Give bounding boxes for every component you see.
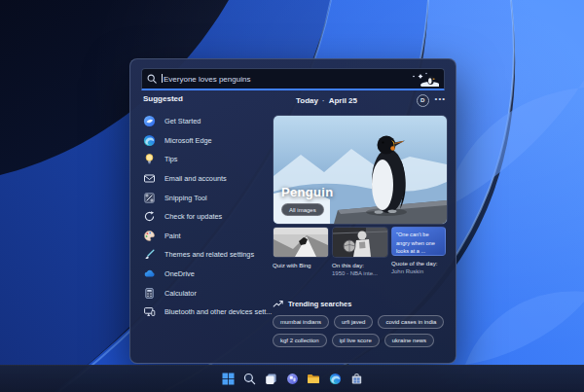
more-options-button[interactable]: ••• xyxy=(435,94,446,103)
suggested-title: Suggested xyxy=(143,94,270,103)
store-icon[interactable] xyxy=(348,371,365,387)
card-quiz-with-bing[interactable]: Quiz with Bing xyxy=(273,227,327,277)
snipping-tool-icon xyxy=(143,192,156,204)
suggested-item-label: OneDrive xyxy=(164,269,195,278)
suggested-item-label: Microsoft Edge xyxy=(164,136,212,145)
edge-icon xyxy=(143,134,156,147)
suggested-item-label: Paint xyxy=(164,232,181,240)
task-view-icon[interactable] xyxy=(263,371,279,387)
calculator-icon xyxy=(143,287,156,300)
card-caption: On this day: xyxy=(332,262,386,269)
suggested-item-themes[interactable]: Themes and related settings xyxy=(143,245,270,265)
card-subcaption: John Ruskin xyxy=(391,268,446,275)
suggested-item-get-started[interactable]: Get Started xyxy=(143,112,270,131)
trending-chip[interactable]: ipl live score xyxy=(332,334,380,347)
file-explorer-icon[interactable] xyxy=(306,371,322,387)
suggested-item-tips[interactable]: Tips xyxy=(143,150,270,169)
suggested-item-label: Email and accounts xyxy=(164,174,227,183)
suggested-item-check-updates[interactable]: Check for updates xyxy=(143,207,270,227)
desktop: Everyone loves penguins Suggested Get St… xyxy=(0,0,584,392)
suggested-item-label: Get Started xyxy=(164,117,201,125)
trending-chip[interactable]: mumbai indians xyxy=(273,315,329,329)
penguin-decoration-icon xyxy=(406,71,439,87)
quote-text: "One can't be angry when one looks at a … xyxy=(396,231,441,256)
taskbar-search-icon[interactable] xyxy=(241,371,258,387)
trending-arrow-icon xyxy=(273,300,283,308)
all-images-badge[interactable]: All images xyxy=(281,203,324,216)
text-caret xyxy=(162,74,163,83)
suggested-item-microsoft-edge[interactable]: Microsoft Edge xyxy=(143,131,270,151)
suggested-item-label: Snipping Tool xyxy=(164,194,207,202)
quote-card-image: "One can't be angry when one looks at a … xyxy=(391,227,446,256)
card-caption: Quiz with Bing xyxy=(273,262,327,269)
trending-chip[interactable]: ukraine news xyxy=(384,334,434,347)
user-avatar[interactable]: D xyxy=(417,94,429,107)
trending-chips: mumbai indians urfi javed covid cases in… xyxy=(273,315,448,347)
email-icon xyxy=(143,172,156,185)
suggested-item-paint[interactable]: Paint xyxy=(143,227,270,246)
get-started-icon xyxy=(143,115,156,127)
themes-brush-icon xyxy=(143,248,156,261)
search-icon xyxy=(147,74,157,84)
on-this-day-image xyxy=(332,227,388,258)
trending-chip[interactable]: covid cases in india xyxy=(378,315,444,329)
search-input[interactable]: Everyone loves penguins xyxy=(141,68,445,90)
daily-cards-row: Quiz with Bing xyxy=(273,227,448,277)
onedrive-cloud-icon xyxy=(143,267,156,280)
today-header: Today·April 25 D ••• xyxy=(273,94,448,106)
hero-image-card-penguin[interactable]: Penguin All images xyxy=(273,115,448,225)
suggested-item-onedrive[interactable]: OneDrive xyxy=(143,265,270,284)
quiz-card-image xyxy=(273,227,329,258)
suggested-item-label: Tips xyxy=(164,155,178,163)
suggested-item-calculator[interactable]: Calculator xyxy=(143,283,270,303)
suggested-section: Suggested Get Started Microsoft Edge xyxy=(143,94,270,322)
suggested-item-snipping-tool[interactable]: Snipping Tool xyxy=(143,188,270,207)
trending-title: Trending searches xyxy=(288,300,351,308)
start-button[interactable] xyxy=(220,371,237,387)
search-query-text: Everyone loves penguins xyxy=(162,74,401,84)
search-flyout-panel: Everyone loves penguins Suggested Get St… xyxy=(129,58,456,364)
trending-chip[interactable]: urfi javed xyxy=(334,315,373,329)
card-on-this-day[interactable]: On this day: 1950 - NBA inte... xyxy=(332,227,386,277)
card-caption: Quote of the day: xyxy=(391,260,446,267)
suggested-item-label: Check for updates xyxy=(164,212,222,221)
suggested-item-label: Themes and related settings xyxy=(164,250,254,259)
paint-palette-icon xyxy=(143,230,156,242)
devices-icon xyxy=(143,305,156,318)
card-subcaption: 1950 - NBA inte... xyxy=(332,270,386,277)
widgets-icon[interactable] xyxy=(284,371,301,387)
suggested-item-label: Bluetooth and other devices sett... xyxy=(164,307,272,316)
hero-title: Penguin xyxy=(281,185,333,199)
update-arrows-icon xyxy=(143,210,156,223)
suggested-item-bluetooth-devices[interactable]: Bluetooth and other devices sett... xyxy=(143,303,270,322)
today-date-label[interactable]: Today·April 25 xyxy=(296,96,357,105)
taskbar xyxy=(0,365,584,392)
tips-bulb-icon xyxy=(143,153,156,165)
trending-section: Trending searches mumbai indians urfi ja… xyxy=(273,300,448,347)
suggested-item-label: Calculator xyxy=(164,289,197,298)
dot-separator-icon: · xyxy=(322,96,325,105)
trending-chip[interactable]: kgf 2 collection xyxy=(273,334,327,347)
taskbar-edge-icon[interactable] xyxy=(327,371,344,387)
card-quote-of-the-day[interactable]: "One can't be angry when one looks at a … xyxy=(391,227,446,277)
suggested-item-email-accounts[interactable]: Email and accounts xyxy=(143,169,270,189)
